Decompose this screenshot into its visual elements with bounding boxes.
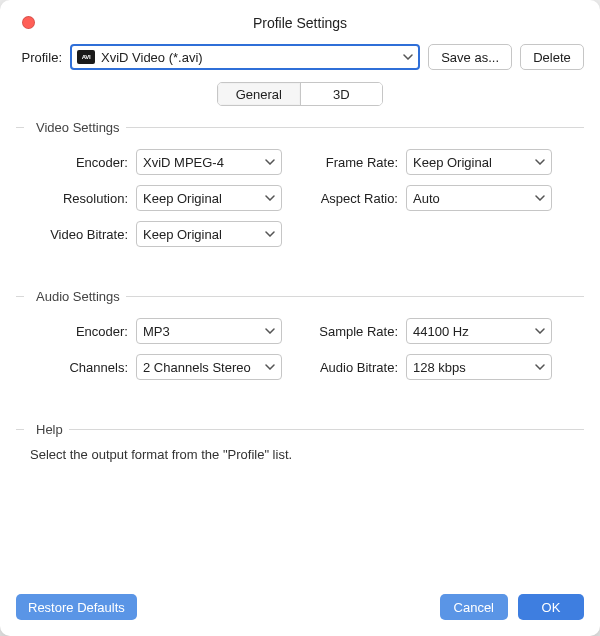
delete-label: Delete xyxy=(533,50,571,65)
close-icon[interactable] xyxy=(22,16,35,29)
resolution-label: Resolution: xyxy=(16,191,136,206)
channels-select[interactable]: 2 Channels Stereo xyxy=(136,354,282,380)
frame-rate-label: Frame Rate: xyxy=(296,155,406,170)
save-as-label: Save as... xyxy=(441,50,499,65)
sample-rate-select[interactable]: 44100 Hz xyxy=(406,318,552,344)
audio-settings-group: Audio Settings Encoder: MP3 Sample Rate:… xyxy=(16,289,584,416)
aspect-ratio-label: Aspect Ratio: xyxy=(296,191,406,206)
tab-3d[interactable]: 3D xyxy=(301,83,383,105)
chevron-down-icon xyxy=(535,328,545,334)
restore-defaults-button[interactable]: Restore Defaults xyxy=(16,594,137,620)
tab-group: General 3D xyxy=(217,82,383,106)
chevron-down-icon xyxy=(265,195,275,201)
chevron-down-icon xyxy=(265,364,275,370)
chevron-down-icon xyxy=(265,328,275,334)
video-bitrate-label: Video Bitrate: xyxy=(16,227,136,242)
tab-general[interactable]: General xyxy=(218,83,301,105)
channels-label: Channels: xyxy=(16,360,136,375)
video-settings-group: Video Settings Encoder: XviD MPEG-4 Fram… xyxy=(16,120,584,283)
window-title: Profile Settings xyxy=(253,15,347,31)
cancel-button[interactable]: Cancel xyxy=(440,594,508,620)
dialog-footer: Restore Defaults Cancel OK xyxy=(16,582,584,620)
delete-button[interactable]: Delete xyxy=(520,44,584,70)
frame-rate-select[interactable]: Keep Original xyxy=(406,149,552,175)
ok-button[interactable]: OK xyxy=(518,594,584,620)
resolution-select[interactable]: Keep Original xyxy=(136,185,282,211)
video-bitrate-select[interactable]: Keep Original xyxy=(136,221,282,247)
profile-select[interactable]: AVI XviD Video (*.avi) xyxy=(70,44,420,70)
titlebar: Profile Settings xyxy=(16,10,584,36)
audio-bitrate-label: Audio Bitrate: xyxy=(296,360,406,375)
audio-encoder-select[interactable]: MP3 xyxy=(136,318,282,344)
save-as-button[interactable]: Save as... xyxy=(428,44,512,70)
audio-bitrate-select[interactable]: 128 kbps xyxy=(406,354,552,380)
profile-settings-window: Profile Settings Profile: AVI XviD Video… xyxy=(0,0,600,636)
help-text: Select the output format from the "Profi… xyxy=(30,447,584,462)
video-settings-title: Video Settings xyxy=(36,120,126,135)
sample-rate-label: Sample Rate: xyxy=(296,324,406,339)
chevron-down-icon xyxy=(265,231,275,237)
avi-format-icon: AVI xyxy=(77,50,95,64)
audio-encoder-label: Encoder: xyxy=(16,324,136,339)
profile-select-value: XviD Video (*.avi) xyxy=(101,50,397,65)
chevron-down-icon xyxy=(403,54,413,60)
chevron-down-icon xyxy=(265,159,275,165)
video-encoder-label: Encoder: xyxy=(16,155,136,170)
profile-label: Profile: xyxy=(16,50,62,65)
help-title: Help xyxy=(36,422,69,437)
audio-settings-title: Audio Settings xyxy=(36,289,126,304)
chevron-down-icon xyxy=(535,195,545,201)
video-encoder-select[interactable]: XviD MPEG-4 xyxy=(136,149,282,175)
chevron-down-icon xyxy=(535,364,545,370)
aspect-ratio-select[interactable]: Auto xyxy=(406,185,552,211)
help-group: Help Select the output format from the "… xyxy=(16,422,584,462)
chevron-down-icon xyxy=(535,159,545,165)
profile-row: Profile: AVI XviD Video (*.avi) Save as.… xyxy=(16,44,584,70)
